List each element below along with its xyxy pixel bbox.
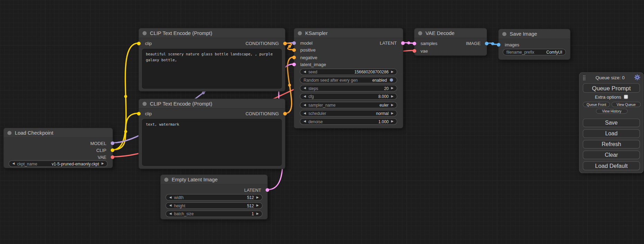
queue-prompt-button[interactable]: Queue Prompt	[583, 83, 640, 93]
input-slot-label-clip: clip	[145, 40, 152, 46]
widget-label: ckpt_name	[17, 162, 37, 166]
menu-header: ⣿ Queue size: 0	[582, 74, 640, 81]
node-title: CLIP Text Encode (Prompt)	[150, 30, 212, 36]
scheduler-widget[interactable]: ◀ scheduler normal ▶	[300, 110, 397, 117]
input-slot-label-vae: vae	[421, 48, 428, 54]
link-midpoint-dot[interactable]	[288, 84, 291, 87]
node-clip-text-encode-negative[interactable]: CLIP Text Encode (Prompt) clip CONDITION…	[139, 99, 285, 169]
output-port-clip[interactable]	[110, 148, 115, 153]
decrement-arrow-icon[interactable]: ◀	[303, 70, 306, 73]
settings-gear-icon[interactable]	[634, 74, 641, 81]
negative-prompt-textarea[interactable]: text, watermark	[142, 119, 282, 166]
increment-arrow-icon[interactable]: ▶	[391, 120, 394, 123]
decrement-arrow-icon[interactable]: ◀	[303, 103, 306, 107]
input-port-vae[interactable]	[412, 48, 417, 53]
output-port-image[interactable]	[484, 41, 489, 46]
load-default-button[interactable]: Load Default	[583, 161, 640, 170]
increment-arrow-icon[interactable]: ▶	[256, 212, 259, 215]
clear-button[interactable]: Clear	[583, 151, 640, 159]
increment-arrow-icon[interactable]: ▶	[391, 112, 394, 115]
positive-prompt-textarea[interactable]: beautiful scenery nature glass bottle la…	[142, 49, 282, 89]
height-widget[interactable]: ◀ height 512 ▶	[166, 202, 263, 209]
width-widget[interactable]: ◀ width 512 ▶	[166, 194, 263, 201]
output-port-conditioning[interactable]	[283, 41, 288, 46]
random-seed-toggle-widget[interactable]: Random seed after every gen enabled	[300, 77, 397, 83]
input-port-clip[interactable]	[136, 41, 141, 46]
increment-arrow-icon[interactable]: ▶	[391, 95, 394, 98]
node-load-checkpoint[interactable]: Load Checkpoint MODEL CLIP VAE ◀ ckpt_na…	[3, 128, 113, 168]
input-port-negative[interactable]	[292, 55, 297, 60]
collapse-dot-icon[interactable]	[164, 178, 168, 182]
queue-front-button[interactable]: Queue Front	[583, 102, 610, 107]
output-port-vae[interactable]	[110, 155, 115, 160]
decrement-arrow-icon[interactable]: ◀	[169, 204, 171, 207]
input-slot-label-samples: samples	[421, 40, 438, 46]
extra-options-checkbox[interactable]	[624, 95, 628, 99]
node-vae-decode[interactable]: VAE Decode samples vae IMAGE	[414, 28, 487, 56]
node-save-image[interactable]: Save Image images filename_prefix ComfyU…	[498, 29, 571, 60]
collapse-dot-icon[interactable]	[142, 31, 147, 35]
increment-arrow-icon[interactable]: ▶	[256, 204, 259, 207]
input-port-positive[interactable]	[292, 48, 297, 53]
increment-arrow-icon[interactable]: ▶	[391, 70, 394, 73]
link-midpoint-dot[interactable]	[202, 91, 205, 94]
decrement-arrow-icon[interactable]: ◀	[12, 162, 15, 165]
output-slot-label-latent: LATENT	[380, 40, 397, 46]
decrement-arrow-icon[interactable]: ◀	[303, 87, 306, 90]
node-title-bar: KSampler	[294, 28, 403, 38]
link-midpoint-dot[interactable]	[491, 42, 494, 45]
load-button[interactable]: Load	[583, 129, 640, 138]
input-port-samples[interactable]	[412, 41, 417, 46]
node-clip-text-encode-positive[interactable]: CLIP Text Encode (Prompt) clip CONDITION…	[139, 28, 285, 92]
node-graph-canvas[interactable]: Load Checkpoint MODEL CLIP VAE ◀ ckpt_na…	[0, 0, 644, 244]
view-history-button[interactable]: View History	[596, 109, 627, 114]
collapse-dot-icon[interactable]	[418, 31, 422, 35]
batch-size-widget[interactable]: ◀ batch_size 1 ▶	[166, 210, 263, 217]
node-title: Load Checkpoint	[15, 130, 53, 136]
increment-arrow-icon[interactable]: ▶	[102, 162, 104, 165]
save-button[interactable]: Save	[583, 119, 640, 127]
collapse-dot-icon[interactable]	[298, 31, 302, 35]
decrement-arrow-icon[interactable]: ◀	[169, 196, 171, 199]
collapse-dot-icon[interactable]	[502, 32, 506, 36]
increment-arrow-icon[interactable]: ▶	[391, 103, 394, 107]
ckpt-name-widget[interactable]: ◀ ckpt_name v1-5-pruned-emaonly.ckpt ▶	[9, 161, 108, 167]
collapse-dot-icon[interactable]	[7, 131, 11, 135]
seed-widget[interactable]: ◀ seed 156680208700286 ▶	[300, 69, 397, 75]
input-port-images[interactable]	[496, 42, 501, 47]
link-midpoint-dot[interactable]	[288, 45, 291, 48]
sampler-name-widget[interactable]: ◀ sampler_name euler ▶	[300, 102, 397, 108]
decrement-arrow-icon[interactable]: ◀	[303, 112, 306, 115]
input-port-model[interactable]	[292, 40, 297, 45]
collapse-dot-icon[interactable]	[142, 101, 147, 106]
link-midpoint-dot[interactable]	[124, 130, 127, 133]
output-port-latent[interactable]	[265, 188, 270, 192]
filename-prefix-widget[interactable]: filename_prefix ComfyUI	[503, 49, 566, 55]
link-midpoint-dot[interactable]	[407, 42, 410, 45]
widget-label: height	[174, 203, 185, 208]
cfg-widget[interactable]: ◀ cfg 8.000 ▶	[300, 93, 397, 100]
node-ksampler[interactable]: KSampler model positive negative latent_…	[294, 28, 404, 128]
increment-arrow-icon[interactable]: ▶	[256, 196, 259, 199]
output-port-model[interactable]	[110, 141, 115, 146]
widget-value: v1-5-pruned-emaonly.ckpt	[52, 162, 99, 166]
decrement-arrow-icon[interactable]: ◀	[303, 95, 306, 98]
drag-handle-icon[interactable]: ⣿	[582, 75, 586, 80]
decrement-arrow-icon[interactable]: ◀	[169, 212, 171, 215]
refresh-button[interactable]: Refresh	[583, 140, 640, 148]
increment-arrow-icon[interactable]: ▶	[391, 87, 394, 90]
denoise-widget[interactable]: ◀ denoise 1.000 ▶	[300, 118, 397, 125]
decrement-arrow-icon[interactable]: ◀	[303, 120, 306, 123]
node-title: Empty Latent Image	[172, 177, 218, 182]
input-port-clip[interactable]	[136, 111, 141, 116]
view-queue-button[interactable]: View Queue	[611, 102, 641, 107]
steps-widget[interactable]: ◀ steps 20 ▶	[300, 85, 397, 91]
widget-value: normal	[376, 111, 389, 116]
output-port-conditioning[interactable]	[283, 111, 288, 116]
output-port-latent[interactable]	[400, 40, 405, 45]
link-midpoint-dot[interactable]	[124, 95, 127, 98]
toggle-on-dot-icon[interactable]	[389, 78, 394, 82]
node-empty-latent-image[interactable]: Empty Latent Image LATENT ◀ width 512 ▶ …	[160, 174, 268, 219]
input-port-latent-image[interactable]	[292, 62, 297, 67]
widget-label: filename_prefix	[506, 50, 534, 54]
